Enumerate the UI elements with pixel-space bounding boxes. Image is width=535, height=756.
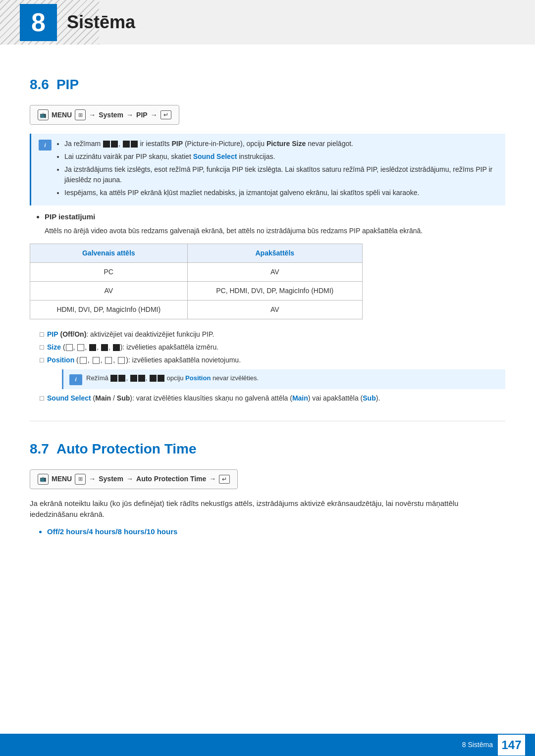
section-apt-title: Auto Protection Time bbox=[56, 439, 197, 459]
pip-option-position: Position (, , , ): izvēlieties apakšattē… bbox=[40, 355, 505, 389]
apt-menu-label: MENU bbox=[52, 474, 72, 484]
section-divider bbox=[30, 421, 505, 421]
pip-menu-path: 📺 MENU ⊞ → System → PIP → ↵ bbox=[30, 105, 179, 125]
table-cell: HDMI, DVI, DP, MagicInfo (HDMI) bbox=[30, 300, 188, 319]
position-note: i Režīmā , , opciju Position nevar izvēl… bbox=[62, 369, 505, 389]
pip-label: PIP bbox=[136, 110, 148, 120]
menu-label: MENU bbox=[52, 110, 72, 120]
table-row: HDMI, DVI, DP, MagicInfo (HDMI) AV bbox=[30, 300, 363, 319]
pip-settings-label: PIP iestatījumi bbox=[45, 212, 95, 221]
apt-description: Ja ekrānā noteiktu laiku (ko jūs definēj… bbox=[30, 498, 505, 520]
page-footer: 8 Sistēma 147 bbox=[0, 734, 535, 756]
table-cell: PC, HDMI, DVI, DP, MagicInfo (HDMI) bbox=[187, 281, 362, 300]
pip-settings-list: PIP iestatījumi Attēls no ārējā video av… bbox=[30, 211, 505, 236]
menu-tv-icon: 📺 bbox=[38, 109, 49, 120]
pip-option-size: Size (, , , , ): izvēlieties apakšattēla… bbox=[40, 342, 505, 353]
pip-settings-desc: Attēls no ārējā video avota būs redzams … bbox=[45, 226, 505, 236]
apt-enter-icon: ↵ bbox=[219, 475, 230, 484]
table-cell: AV bbox=[187, 300, 362, 319]
section-apt-number: 8.7 bbox=[30, 439, 49, 459]
pip-table: Galvenais attēls Apakšattēls PC AV AV PC… bbox=[30, 244, 363, 319]
enter-icon: ↵ bbox=[160, 110, 171, 119]
section-pip-number: 8.6 bbox=[30, 74, 49, 95]
note-item-1: Ja režīmam , ir iestatīts PIP (Picture-i… bbox=[64, 139, 498, 149]
chapter-badge: 8 bbox=[20, 4, 57, 41]
table-cell: PC bbox=[30, 262, 188, 281]
pip-notes-box: i Ja režīmam , ir iestatīts PIP (Picture… bbox=[30, 134, 505, 205]
section-pip-heading: 8.6 PIP bbox=[30, 74, 505, 95]
page-header: 8 Sistēma bbox=[0, 0, 535, 45]
arrow2: → bbox=[126, 110, 133, 120]
pip-option-pip: PIP (Off/On): aktivizējiet vai deaktiviz… bbox=[40, 329, 505, 340]
note-item-2: Lai uzzinātu vairāk par PIP skaņu, skati… bbox=[64, 151, 498, 162]
section-pip-title: PIP bbox=[56, 74, 79, 95]
table-row: PC AV bbox=[30, 262, 363, 281]
note-icon: i bbox=[39, 140, 52, 151]
chapter-title: Sistēma bbox=[67, 9, 135, 36]
table-cell: AV bbox=[30, 281, 188, 300]
table-cell: AV bbox=[187, 262, 362, 281]
apt-label: Auto Protection Time bbox=[136, 474, 206, 484]
footer-text: 8 Sistēma bbox=[462, 740, 493, 750]
system-label: System bbox=[99, 110, 123, 120]
section-apt-heading: 8.7 Auto Protection Time bbox=[30, 439, 505, 459]
apt-menu-tv-icon: 📺 bbox=[38, 474, 49, 485]
table-header-sub: Apakšattēls bbox=[187, 244, 362, 262]
apt-menu-path: 📺 MENU ⊞ → System → Auto Protection Time… bbox=[30, 469, 238, 489]
position-note-text: Režīmā , , opciju Position nevar izvēlēt… bbox=[86, 373, 259, 383]
arrow1: → bbox=[89, 110, 96, 120]
pip-notes-content: Ja režīmam , ir iestatīts PIP (Picture-i… bbox=[55, 139, 498, 201]
arrow3: → bbox=[151, 110, 158, 120]
apt-arrow3: → bbox=[209, 474, 216, 484]
table-row: AV PC, HDMI, DVI, DP, MagicInfo (HDMI) bbox=[30, 281, 363, 300]
apt-arrow1: → bbox=[89, 474, 96, 484]
menu-grid-icon: ⊞ bbox=[75, 109, 86, 120]
apt-arrow2: → bbox=[126, 474, 133, 484]
pip-option-sound: Sound Select (Main / Sub): varat izvēlēt… bbox=[40, 393, 505, 403]
note-item-3: Ja izstrādājums tiek izslēgts, esot režī… bbox=[64, 164, 498, 185]
apt-options-list: Off/2 hours/4 hours/8 hours/10 hours bbox=[30, 526, 505, 538]
table-header-main: Galvenais attēls bbox=[30, 244, 188, 262]
main-content: 8.6 PIP 📺 MENU ⊞ → System → PIP → ↵ i Ja… bbox=[0, 45, 535, 567]
note-item-4: Iespējams, ka attēls PIP ekrānā kļūst ma… bbox=[64, 188, 498, 198]
apt-system-label: System bbox=[99, 474, 123, 484]
pip-options-list: PIP (Off/On): aktivizējiet vai deaktiviz… bbox=[30, 329, 505, 403]
position-note-icon: i bbox=[69, 374, 82, 385]
page-number: 147 bbox=[498, 735, 525, 756]
apt-options-item: Off/2 hours/4 hours/8 hours/10 hours bbox=[47, 526, 505, 538]
pip-settings-item: PIP iestatījumi Attēls no ārējā video av… bbox=[45, 211, 505, 236]
apt-menu-grid-icon: ⊞ bbox=[75, 474, 86, 485]
